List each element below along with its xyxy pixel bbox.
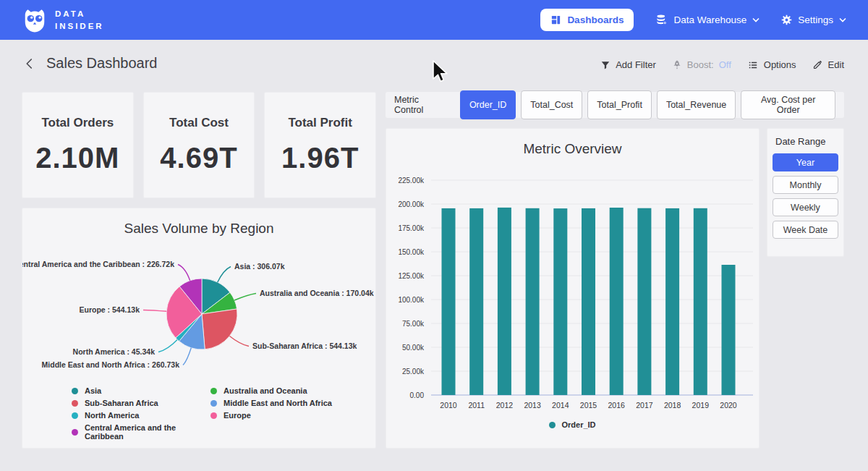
pie-legend-item-australia-and-oceania[interactable]: Australia and Oceania <box>210 386 332 395</box>
pie-legend-item-north-america[interactable]: North America <box>72 411 210 420</box>
metric-button-avg-cost-per-order[interactable]: Avg. Cost per Order <box>741 90 835 119</box>
y-tick-label: 150.00k <box>398 248 425 256</box>
pie-callout-line <box>234 294 256 301</box>
brand-text: DATA INSIDER <box>55 8 104 31</box>
rocket-icon <box>672 59 682 70</box>
pie-slice-sub-saharan-africa[interactable] <box>202 309 237 349</box>
kpi-value: 2.10M <box>22 142 133 174</box>
bar-chart-title: Metric Overview <box>386 141 759 157</box>
legend-dot <box>72 388 78 394</box>
x-tick-label: 2013 <box>524 401 541 410</box>
pie-callout-line <box>183 348 191 365</box>
kpi-label: Total Orders <box>22 116 133 130</box>
database-icon <box>655 14 668 26</box>
filter-funnel-icon <box>600 60 610 70</box>
pie-legend-item-sub-saharan-africa[interactable]: Sub-Saharan Africa <box>72 399 210 407</box>
list-options-icon <box>747 60 759 70</box>
x-tick-label: 2017 <box>636 401 653 410</box>
kpi-label: Total Profit <box>265 116 375 130</box>
bar-2010[interactable] <box>442 208 456 395</box>
pie-callout-line <box>178 265 190 281</box>
pie-callout-line <box>143 310 166 312</box>
pie-callout-line <box>229 336 249 347</box>
bar-2020[interactable] <box>722 265 736 395</box>
add-filter-button[interactable]: Add Filter <box>600 59 656 70</box>
legend-dot <box>210 400 217 407</box>
y-tick-label: 0.00 <box>410 391 425 399</box>
legend-dot <box>210 412 217 419</box>
kpi-card-total-profit: Total Profit 1.96T <box>264 92 376 198</box>
legend-dot <box>72 429 78 436</box>
pie-legend-item-central-america-and-the-caribbean[interactable]: Central America and the Caribbean <box>72 423 210 441</box>
metric-button-total-revenue[interactable]: Total_Revenue <box>657 90 736 119</box>
bar-2019[interactable] <box>694 208 707 395</box>
legend-label: Central America and the Caribbean <box>85 423 210 441</box>
date-range-week-date-button[interactable]: Week Date <box>773 221 838 239</box>
pie-chart-legend: AsiaAustralia and OceaniaSub-Saharan Afr… <box>72 386 332 441</box>
bar-2015[interactable] <box>582 208 595 395</box>
pie-label-north-america: North America : 45.34k <box>73 347 156 356</box>
bar-2012[interactable] <box>498 208 511 395</box>
brand-line1: DATA <box>55 8 104 20</box>
x-tick-label: 2010 <box>440 401 457 410</box>
page-title: Sales Dashboard <box>46 55 157 72</box>
options-label: Options <box>764 59 796 70</box>
y-tick-label: 75.00k <box>402 320 425 328</box>
boost-toggle[interactable]: Boost: Off <box>672 59 731 70</box>
kpi-value: 4.69T <box>144 142 255 174</box>
kpi-card-total-orders: Total Orders 2.10M <box>22 92 134 198</box>
navbar-right: Dashboards Data Warehouse <box>540 9 846 31</box>
pencil-icon <box>812 59 823 70</box>
page-header: Sales Dashboard <box>22 55 157 72</box>
brand-logo[interactable]: DATA INSIDER <box>22 7 104 33</box>
pie-legend-item-middle-east-and-north-africa[interactable]: Middle East and North Africa <box>210 399 332 407</box>
legend-label: Order_ID <box>561 420 595 429</box>
legend-dot <box>210 388 217 394</box>
nav-data-warehouse-label: Data Warehouse <box>673 14 746 25</box>
nav-dashboards-button[interactable]: Dashboards <box>540 9 634 31</box>
boost-label: Boost: <box>687 59 714 70</box>
pie-label-middle-east-and-north-africa: Middle East and North Africa : 260.73k <box>42 360 180 369</box>
pie-label-sub-saharan-africa: Sub-Saharan Africa : 544.13k <box>252 341 357 350</box>
app-screen: DATA INSIDER Dashboards <box>0 0 868 471</box>
bar-2017[interactable] <box>637 208 651 395</box>
x-tick-label: 2012 <box>496 401 514 410</box>
bar-2018[interactable] <box>665 208 679 395</box>
pie-legend-item-europe[interactable]: Europe <box>210 411 332 420</box>
kpi-value: 1.96T <box>265 142 375 174</box>
legend-label: Asia <box>85 386 101 395</box>
metric-button-total-profit[interactable]: Total_Profit <box>587 90 652 119</box>
date-range-year-button[interactable]: Year <box>773 153 838 171</box>
bar-2016[interactable] <box>610 208 624 395</box>
back-button[interactable] <box>22 56 38 72</box>
dashboard-grid-icon <box>550 14 561 25</box>
y-tick-label: 125.00k <box>398 272 425 280</box>
x-tick-label: 2020 <box>720 401 737 410</box>
date-range-weekly-button[interactable]: Weekly <box>773 198 838 216</box>
chevron-down-icon <box>752 17 760 22</box>
kpi-card-total-cost: Total Cost 4.69T <box>143 92 255 198</box>
metric-control-label: Metric Control <box>394 95 450 115</box>
pie-label-central-america-and-the-caribbean: Central America and the Caribbean : 226.… <box>22 260 174 268</box>
pie-label-europe: Europe : 544.13k <box>80 305 140 314</box>
nav-data-warehouse[interactable]: Data Warehouse <box>655 14 760 26</box>
date-range-label: Date Range <box>773 136 838 147</box>
metric-control-bar: Metric Control Order_ID Total_Cost Total… <box>386 92 844 118</box>
edit-button[interactable]: Edit <box>812 59 844 70</box>
metric-button-order-id[interactable]: Order_ID <box>460 90 516 119</box>
gear-icon <box>781 14 792 25</box>
date-range-monthly-button[interactable]: Monthly <box>773 176 838 194</box>
nav-settings[interactable]: Settings <box>781 14 846 25</box>
pie-label-asia: Asia : 306.07k <box>234 262 285 271</box>
bar-2013[interactable] <box>526 208 540 395</box>
chevron-down-icon <box>839 17 846 22</box>
metric-button-total-cost[interactable]: Total_Cost <box>521 90 582 119</box>
pie-label-australia-and-oceania: Australia and Oceania : 170.04k <box>260 289 374 297</box>
legend-dot <box>549 422 556 428</box>
metric-control-buttons: Order_ID Total_Cost Total_Profit Total_R… <box>460 90 835 119</box>
options-button[interactable]: Options <box>747 59 796 70</box>
pie-chart-title: Sales Volume by Region <box>22 221 375 237</box>
bar-2011[interactable] <box>469 208 483 395</box>
pie-legend-item-asia[interactable]: Asia <box>72 386 210 395</box>
bar-2014[interactable] <box>553 208 567 395</box>
